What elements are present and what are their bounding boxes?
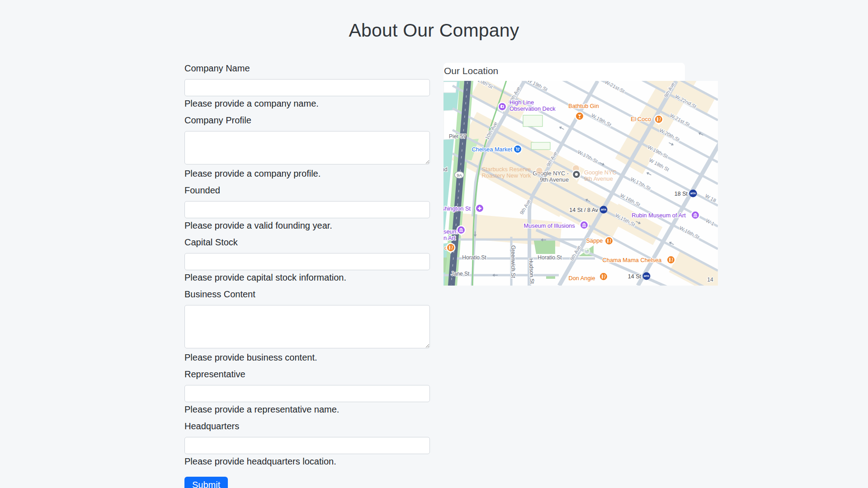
field-help-representative: Please provide a representative name. bbox=[184, 404, 430, 415]
field-headquarters: HeadquartersPlease provide headquarters … bbox=[184, 421, 430, 467]
founded-input[interactable] bbox=[184, 201, 430, 218]
svg-text:MTA: MTA bbox=[690, 192, 696, 195]
headquarters-input[interactable] bbox=[184, 437, 430, 454]
location-heading: Our Location bbox=[443, 63, 685, 76]
field-business-content: Business ContentPlease provide business … bbox=[184, 289, 430, 363]
svg-text:MTA: MTA bbox=[601, 208, 606, 211]
poi-label-sappe[interactable]: Sappe bbox=[586, 237, 603, 244]
field-label-capital-stock: Capital Stock bbox=[184, 237, 430, 248]
field-help-company-profile: Please provide a company profile. bbox=[184, 169, 430, 179]
poi-label-rubin-museum-of-art[interactable]: Rubin Museum of Art bbox=[632, 212, 686, 219]
field-label-company-name: Company Name bbox=[184, 63, 430, 74]
subway-station-label[interactable]: 18 St bbox=[675, 191, 688, 197]
field-help-capital-stock: Please provide capital stock information… bbox=[184, 272, 430, 283]
business-content-textarea[interactable] bbox=[184, 305, 430, 348]
map-embed[interactable]: 9A W 20th StW 19th StW 21st St8th Ave10t… bbox=[443, 81, 718, 286]
street-label: Horatio St bbox=[462, 254, 486, 261]
poi-pin-faded faded-pin-1[interactable] bbox=[536, 167, 543, 174]
field-company-name: Company NamePlease provide a company nam… bbox=[184, 63, 430, 109]
subway-station-label[interactable]: 14 St / 8 Av bbox=[569, 207, 598, 213]
street-label: Hudson St bbox=[528, 258, 536, 284]
field-help-business-content: Please provide business content. bbox=[184, 352, 430, 363]
poi-label-chelsea-market[interactable]: Chelsea Market bbox=[472, 146, 512, 153]
street-label: 14 bbox=[707, 277, 713, 283]
page-title: About Our Company bbox=[0, 20, 868, 41]
poi-label-museum-of-illusions[interactable]: Museum of Illusions bbox=[524, 222, 575, 229]
field-representative: RepresentativePlease provide a represent… bbox=[184, 369, 430, 415]
poi-label-google-nyc-faded[interactable]: 9th Avenue bbox=[584, 175, 613, 182]
poi-label-high-line-observation-deck[interactable]: Observation Deck bbox=[509, 105, 556, 112]
field-label-founded: Founded bbox=[184, 185, 430, 196]
field-help-company-name: Please provide a company name. bbox=[184, 99, 430, 109]
field-label-company-profile: Company Profile bbox=[184, 115, 430, 126]
field-label-headquarters: Headquarters bbox=[184, 421, 430, 432]
map-canvas: 9A W 20th StW 19th StW 21st St8th Ave10t… bbox=[443, 81, 718, 286]
company-profile-textarea[interactable] bbox=[184, 131, 430, 164]
street-label: Jane St bbox=[451, 271, 470, 277]
route-shield: 9A bbox=[455, 172, 464, 178]
poi-label-museum-fragment[interactable]: n Art bbox=[443, 235, 456, 241]
svg-text:9A: 9A bbox=[457, 173, 462, 178]
poi-label-starbucks-reserve[interactable]: Roastery New York bbox=[482, 172, 531, 179]
company-name-input[interactable] bbox=[184, 79, 430, 96]
field-company-profile: Company ProfilePlease provide a company … bbox=[184, 115, 430, 179]
svg-text:MTA: MTA bbox=[644, 275, 649, 277]
poi-label-don-angie[interactable]: Don Angie bbox=[568, 275, 595, 282]
representative-input[interactable] bbox=[184, 385, 430, 402]
street-label: nd bbox=[443, 166, 448, 173]
field-label-business-content: Business Content bbox=[184, 289, 430, 300]
poi-label-el-coco[interactable]: El Coco bbox=[631, 116, 651, 122]
field-capital-stock: Capital StockPlease provide capital stoc… bbox=[184, 237, 430, 283]
field-help-founded: Please provide a valid founding year. bbox=[184, 221, 430, 231]
street-label: Pier 57 bbox=[449, 133, 466, 140]
company-form: Company NamePlease provide a company nam… bbox=[184, 63, 430, 488]
field-help-headquarters: Please provide headquarters location. bbox=[184, 456, 430, 467]
submit-button[interactable]: Submit bbox=[184, 477, 228, 488]
poi-label-bathtub-gin[interactable]: Bathtub Gin bbox=[568, 103, 599, 109]
street-label: Horatio St bbox=[538, 254, 562, 261]
street-label: Greenwich St bbox=[510, 245, 516, 278]
poi-label-chama-mama-chelsea[interactable]: Chama Mama Chelsea bbox=[603, 257, 662, 263]
poi-label-google-nyc[interactable]: 9th Avenue bbox=[540, 176, 569, 183]
page: About Our Company Company NamePlease pro… bbox=[0, 0, 868, 488]
field-label-representative: Representative bbox=[184, 369, 430, 380]
poi-label-washington-st-poi[interactable]: shington St bbox=[443, 205, 471, 212]
field-founded: FoundedPlease provide a valid founding y… bbox=[184, 185, 430, 231]
capital-stock-input[interactable] bbox=[184, 253, 430, 270]
subway-station-label[interactable]: 14 St bbox=[628, 273, 642, 280]
